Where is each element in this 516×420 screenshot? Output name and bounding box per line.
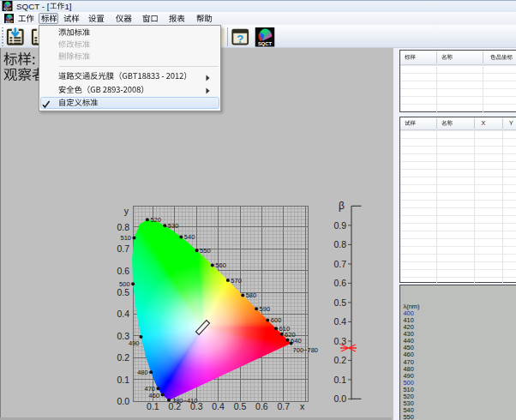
svg-text:0.8: 0.8	[117, 222, 129, 232]
svg-text:0.0: 0.0	[117, 396, 129, 406]
svg-text:0.4: 0.4	[117, 309, 129, 319]
svg-text:510: 510	[120, 234, 131, 242]
svg-text:y: y	[124, 206, 129, 216]
svg-text:570: 570	[231, 277, 242, 285]
svg-text:0.5: 0.5	[234, 401, 247, 411]
svg-text:700~780: 700~780	[293, 346, 318, 354]
svg-text:380~410: 380~410	[172, 397, 197, 405]
svg-text:590: 590	[260, 305, 271, 313]
svg-text:0.8: 0.8	[333, 239, 346, 249]
svg-text:0.7: 0.7	[117, 243, 129, 254]
svg-text:560: 560	[215, 261, 226, 269]
svg-text:0.9: 0.9	[333, 220, 346, 231]
svg-text:520: 520	[150, 216, 161, 224]
svg-text:x: x	[300, 401, 305, 411]
svg-text:490: 490	[129, 339, 140, 347]
svg-text:0.4: 0.4	[333, 316, 346, 327]
svg-text:0.7: 0.7	[333, 259, 346, 269]
svg-text:500: 500	[119, 280, 130, 288]
svg-text:550: 550	[200, 247, 211, 255]
svg-text:0.7: 0.7	[277, 401, 290, 411]
svg-text:480: 480	[137, 369, 148, 376]
svg-text:540: 540	[184, 233, 195, 241]
svg-text:0.6: 0.6	[255, 401, 268, 411]
svg-text:0.1: 0.1	[147, 401, 159, 411]
svg-text:β: β	[339, 200, 345, 212]
svg-text:0.5: 0.5	[117, 287, 129, 297]
svg-text:0.4: 0.4	[212, 401, 225, 411]
svg-text:0.2: 0.2	[117, 352, 129, 363]
svg-text:530: 530	[168, 222, 179, 230]
svg-text:0.3: 0.3	[117, 331, 129, 341]
svg-text:0.1: 0.1	[333, 375, 346, 385]
svg-text:0.3: 0.3	[333, 336, 346, 346]
svg-text:460: 460	[149, 392, 160, 399]
svg-text:0.6: 0.6	[333, 278, 346, 288]
svg-text:0.5: 0.5	[333, 297, 346, 308]
svg-text:0.0: 0.0	[333, 393, 346, 404]
svg-text:0.2: 0.2	[333, 355, 346, 365]
svg-text:600: 600	[271, 316, 282, 324]
svg-text:580: 580	[246, 291, 257, 299]
svg-text:0.1: 0.1	[117, 375, 129, 385]
svg-text:0.6: 0.6	[117, 266, 129, 276]
